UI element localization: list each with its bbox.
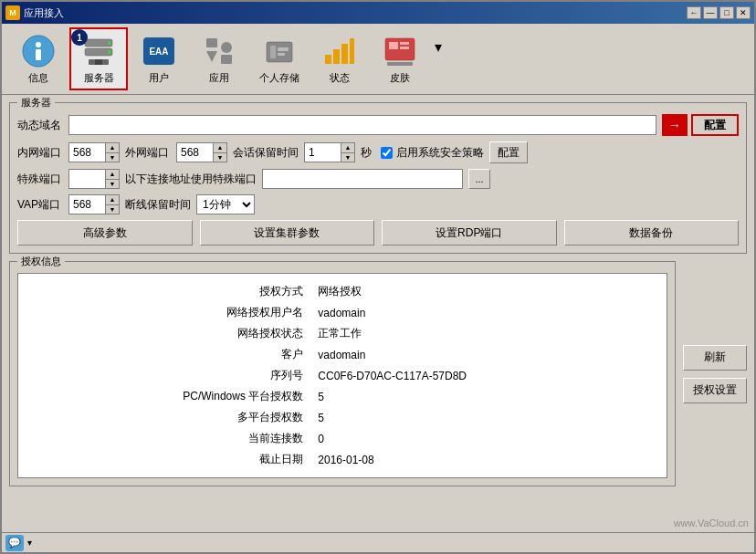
toolbar-item-storage[interactable]: 个人存储 [250, 27, 309, 90]
vap-port-up[interactable]: ▲ [106, 195, 119, 205]
special-port-up[interactable]: ▲ [106, 170, 119, 180]
security-policy-label: 启用系统安全策略 [381, 145, 484, 161]
special-port-down[interactable]: ▼ [106, 180, 119, 189]
inner-port-up[interactable]: ▲ [106, 143, 119, 153]
cell-value-client: vadomain [310, 344, 659, 365]
close-button[interactable]: ✕ [736, 6, 751, 19]
table-row: 截止日期 2016-01-08 [26, 449, 659, 470]
cell-label-net-status: 网络授权状态 [26, 323, 310, 344]
status-chat-icon[interactable]: 💬 [5, 535, 24, 551]
inner-port-spin: ▲ ▼ [68, 142, 120, 162]
domain-configure-area: → 配置 [662, 114, 739, 136]
security-policy-text: 启用系统安全策略 [396, 145, 484, 161]
configure-arrow: → [662, 114, 688, 136]
side-buttons: 刷新 授权设置 [683, 261, 747, 486]
table-row: PC/Windows 平台授权数 5 [26, 386, 659, 407]
title-bar-left: M 应用接入 [5, 5, 64, 20]
table-row: 客户 vadomain [26, 344, 659, 365]
data-backup-button[interactable]: 数据备份 [564, 220, 740, 246]
outer-port-down[interactable]: ▼ [214, 153, 226, 162]
toolbar-label-info: 信息 [28, 71, 48, 85]
table-row: 多平台授权数 5 [26, 407, 659, 428]
status-dropdown-arrow[interactable]: ▾ [27, 538, 32, 548]
session-input[interactable] [304, 142, 341, 162]
outer-port-spin: ▲ ▼ [176, 142, 227, 162]
back-button[interactable]: ← [687, 6, 701, 19]
special-port-spin: ▲ ▼ [68, 169, 120, 189]
vap-port-spin: ▲ ▼ [68, 194, 120, 214]
svg-rect-17 [325, 55, 331, 64]
title-bar-buttons: ← — □ ✕ [687, 6, 751, 19]
svg-rect-18 [333, 49, 340, 64]
svg-rect-16 [278, 53, 285, 56]
toolbar-item-info[interactable]: 信息 [9, 27, 68, 90]
security-configure-button[interactable]: 配置 [489, 141, 528, 163]
table-row: 当前连接数 0 [26, 428, 659, 449]
outer-port-up[interactable]: ▲ [214, 143, 226, 153]
table-row: 网络授权用户名 vadomain [26, 302, 659, 323]
special-port-label: 特殊端口 [17, 172, 63, 187]
toolbar-item-wrapper-server: 服务器 1 [69, 27, 128, 90]
toolbar-label-server: 服务器 [84, 71, 114, 85]
bottom-area: 授权信息 授权方式 网络授权 网络授权用户名 vadomain [9, 261, 747, 486]
session-buttons: ▲ ▼ [341, 142, 355, 162]
server-group-content: 动态域名 → 配置 内网端口 ▲ ▼ [10, 103, 746, 253]
use-special-addr-label: 以下连接地址使用特殊端口 [125, 172, 257, 187]
security-policy-checkbox[interactable] [381, 147, 393, 159]
eaa-icon: EAA [141, 33, 177, 69]
session-down[interactable]: ▼ [341, 153, 354, 162]
bottom-buttons-row: 高级参数 设置集群参数 设置RDP端口 数据备份 [17, 220, 739, 246]
auth-settings-button[interactable]: 授权设置 [683, 378, 747, 403]
cell-label-serial: 序列号 [26, 365, 310, 386]
server-badge: 1 [71, 29, 88, 46]
license-group-content: 授权方式 网络授权 网络授权用户名 vadomain 网络授权状态 正常工作 [10, 262, 675, 486]
toolbar-label-app: 应用 [209, 71, 229, 85]
outer-port-buttons: ▲ ▼ [213, 142, 227, 162]
special-addr-input[interactable] [262, 169, 463, 189]
domain-label: 动态域名 [17, 118, 63, 133]
refresh-button[interactable]: 刷新 [683, 345, 747, 371]
toolbar-label-status: 状态 [330, 71, 350, 85]
offline-duration-label: 断线保留时间 [125, 197, 191, 213]
svg-marker-10 [206, 51, 217, 62]
rdp-port-button[interactable]: 设置RDP端口 [382, 220, 557, 246]
toolbar: 信息 服务器 1 [2, 24, 754, 95]
toolbar-more[interactable]: ▾ [431, 35, 446, 59]
cell-value-pc-auth: 5 [310, 386, 659, 407]
watermark: www.VaCloud.cn [674, 517, 749, 528]
svg-point-1 [36, 42, 41, 47]
outer-port-label: 外网端口 [125, 145, 171, 161]
toolbar-item-eaa[interactable]: EAA 用户 [130, 27, 188, 90]
toolbar-item-status[interactable]: 状态 [310, 27, 369, 90]
toolbar-item-wrapper-info: 信息 [9, 27, 68, 90]
advanced-params-button[interactable]: 高级参数 [17, 220, 193, 246]
inner-port-down[interactable]: ▼ [106, 153, 119, 162]
svg-point-6 [108, 50, 111, 54]
table-row: 序列号 CC0F6-D70AC-C117A-57D8D [26, 365, 659, 386]
ellipsis-button[interactable]: ... [468, 169, 490, 189]
vap-port-down[interactable]: ▼ [106, 205, 119, 214]
special-port-input[interactable] [68, 169, 105, 189]
outer-port-input[interactable] [176, 142, 213, 162]
toolbar-item-app[interactable]: 应用 [190, 27, 248, 90]
eaa-logo: EAA [143, 37, 174, 65]
cell-label-expire: 截止日期 [26, 449, 310, 470]
inner-port-input[interactable] [68, 142, 105, 162]
svg-rect-2 [36, 49, 41, 60]
toolbar-item-wrapper-storage: 个人存储 [250, 27, 309, 90]
configure-button[interactable]: 配置 [691, 114, 739, 136]
toolbar-item-skin[interactable]: 皮肤 [371, 27, 429, 90]
cell-label-auth-method: 授权方式 [26, 281, 310, 302]
minimize-button[interactable]: — [703, 6, 718, 19]
domain-input[interactable] [68, 115, 656, 135]
cell-value-auth-method: 网络授权 [310, 281, 659, 302]
storage-icon [261, 33, 298, 69]
cluster-params-button[interactable]: 设置集群参数 [200, 220, 375, 246]
vap-port-input[interactable] [68, 194, 105, 214]
special-port-buttons: ▲ ▼ [105, 169, 120, 189]
session-up[interactable]: ▲ [341, 143, 354, 153]
offline-duration-select[interactable]: 1分钟 5分钟 10分钟 30分钟 [196, 194, 255, 214]
inner-port-buttons: ▲ ▼ [105, 142, 120, 162]
maximize-button[interactable]: □ [719, 6, 734, 19]
app-icon: M [5, 5, 20, 20]
